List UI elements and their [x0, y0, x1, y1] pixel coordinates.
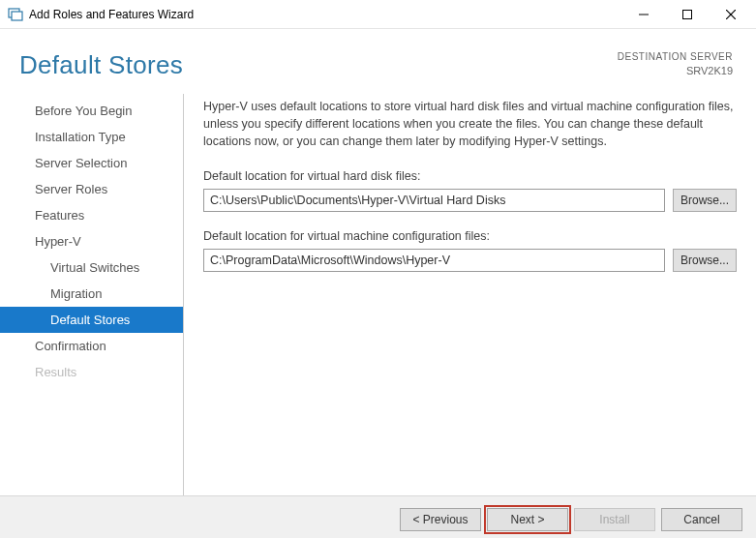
vhd-location-input[interactable]: [203, 189, 665, 212]
window-controls: [621, 1, 752, 28]
sidebar-item-virtual-switches[interactable]: Virtual Switches: [0, 254, 183, 281]
sidebar-item-confirmation[interactable]: Confirmation: [0, 333, 183, 359]
vm-config-location-label: Default location for virtual machine con…: [203, 229, 737, 243]
sidebar-item-server-selection[interactable]: Server Selection: [0, 150, 183, 176]
sidebar: Before You BeginInstallation TypeServer …: [0, 94, 184, 495]
vm-config-browse-button[interactable]: Browse...: [673, 249, 737, 272]
next-button[interactable]: Next >: [487, 508, 568, 531]
wizard-icon: [8, 7, 23, 22]
maximize-button[interactable]: [665, 1, 709, 28]
vhd-browse-button[interactable]: Browse...: [673, 189, 737, 212]
page-title: Default Stores: [19, 50, 618, 80]
window-title: Add Roles and Features Wizard: [29, 8, 621, 21]
vm-config-location-input[interactable]: [203, 249, 665, 272]
header: Default Stores DESTINATION SERVER SRV2K1…: [0, 29, 756, 94]
description-text: Hyper-V uses default locations to store …: [203, 98, 737, 150]
sidebar-item-default-stores[interactable]: Default Stores: [0, 307, 183, 333]
previous-button[interactable]: < Previous: [400, 508, 481, 531]
sidebar-item-before-you-begin[interactable]: Before You Begin: [0, 98, 183, 124]
titlebar: Add Roles and Features Wizard: [0, 0, 756, 29]
sidebar-item-hyper-v[interactable]: Hyper-V: [0, 228, 183, 254]
sidebar-item-results: Results: [0, 359, 183, 385]
cancel-button[interactable]: Cancel: [661, 508, 742, 531]
main-panel: Hyper-V uses default locations to store …: [184, 94, 756, 495]
destination-value: SRV2K19: [618, 64, 733, 78]
footer: < Previous Next > Install Cancel: [0, 495, 756, 538]
destination-server: DESTINATION SERVER SRV2K19: [618, 50, 733, 78]
sidebar-item-features[interactable]: Features: [0, 202, 183, 228]
install-button: Install: [574, 508, 655, 531]
minimize-button[interactable]: [621, 1, 665, 28]
vhd-location-label: Default location for virtual hard disk f…: [203, 169, 737, 183]
svg-rect-3: [682, 10, 691, 18]
sidebar-item-server-roles[interactable]: Server Roles: [0, 176, 183, 202]
close-button[interactable]: [709, 1, 752, 28]
svg-rect-1: [12, 12, 22, 20]
sidebar-item-migration[interactable]: Migration: [0, 281, 183, 307]
destination-label: DESTINATION SERVER: [618, 50, 733, 64]
sidebar-item-installation-type[interactable]: Installation Type: [0, 124, 183, 150]
